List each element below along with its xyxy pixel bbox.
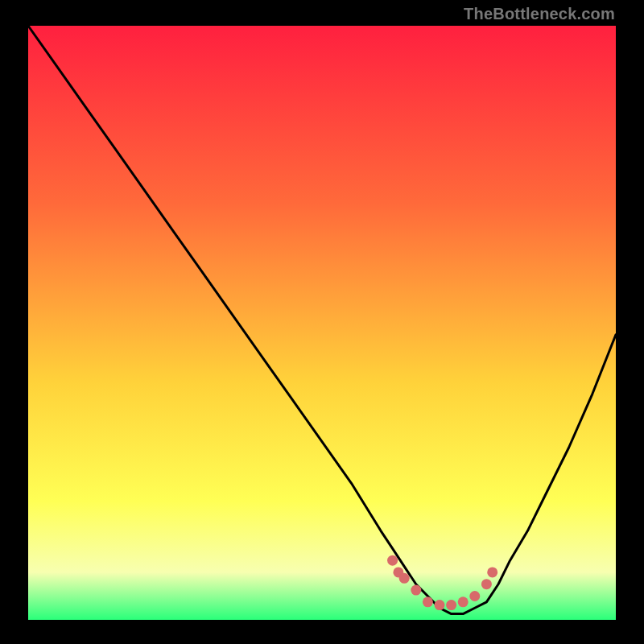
curve-marker — [387, 555, 398, 566]
curve-marker — [481, 579, 492, 589]
curve-marker — [435, 600, 445, 610]
curve-marker — [446, 600, 456, 610]
plot-area — [28, 26, 616, 620]
curve-marker — [458, 597, 469, 607]
curve-layer — [28, 26, 616, 620]
curve-marker — [399, 573, 410, 584]
curve-markers — [387, 555, 497, 610]
curve-marker — [487, 567, 497, 577]
curve-marker — [411, 585, 421, 596]
bottleneck-curve — [28, 26, 616, 614]
chart-container: TheBottleneck.com — [0, 0, 644, 644]
watermark-text: TheBottleneck.com — [464, 5, 615, 23]
curve-marker — [423, 597, 433, 607]
curve-marker — [469, 591, 480, 601]
